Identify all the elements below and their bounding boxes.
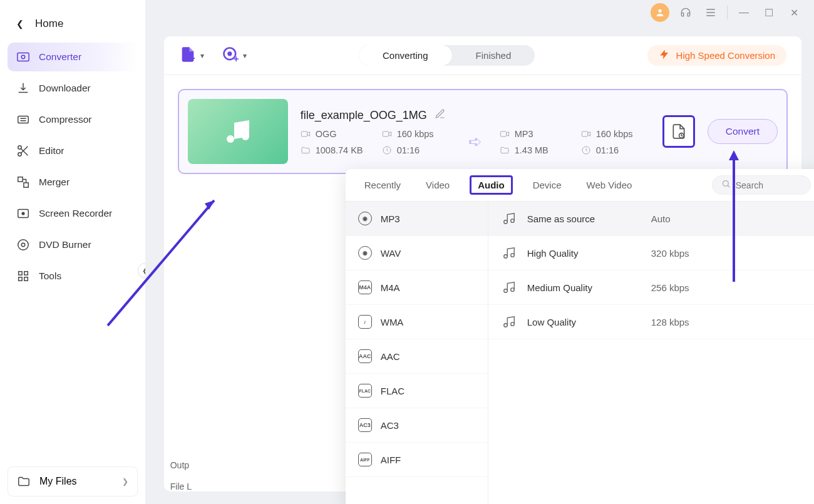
dd-tab-audio[interactable]: Audio [470,175,513,195]
svg-rect-11 [19,272,23,275]
sidebar-item-editor[interactable]: Editor [8,136,138,165]
dst-format: MP3 [515,129,533,139]
separator [727,6,728,19]
sidebar-item-dvd-burner[interactable]: DVD Burner [8,230,138,259]
format-label: MP3 [381,213,400,224]
svg-rect-6 [24,183,28,187]
sidebar-item-label: Editor [39,145,64,157]
format-item-mp3[interactable]: ◉MP3 [346,202,488,236]
format-label: AIFF [381,455,401,465]
merger-icon [16,175,30,189]
status-segment: Converting Finished [359,45,535,66]
dd-tab-device[interactable]: Device [528,176,567,194]
arrow-icon: ➪ [463,132,487,152]
edit-name-icon[interactable] [435,108,446,123]
format-label: FLAC [381,386,404,396]
svg-point-33 [510,254,514,257]
bolt-icon [659,49,670,62]
sidebar-item-label: Tools [39,270,61,282]
svg-point-1 [21,55,25,59]
music-icon [502,212,516,225]
user-avatar[interactable] [651,3,669,22]
svg-point-9 [18,240,29,250]
svg-point-10 [21,243,25,247]
svg-point-36 [503,324,507,327]
format-label: M4A [381,282,400,293]
grid-icon [16,269,30,283]
search-input[interactable] [736,180,801,190]
minimize-button[interactable]: — [735,4,753,21]
tab-converting[interactable]: Converting [359,45,452,66]
sidebar-item-downloader[interactable]: Downloader [8,74,138,103]
back-icon: ❮ [16,19,24,29]
support-icon[interactable] [677,4,694,21]
svg-point-34 [503,289,507,293]
music-icon [502,246,516,260]
sidebar-item-compressor[interactable]: Compressor [8,105,138,134]
convert-button[interactable]: Convert [708,119,778,144]
my-files-label: My Files [39,476,77,487]
high-speed-button[interactable]: High Speed Conversion [647,45,786,66]
output-label: Outp [170,460,192,470]
quality-item[interactable]: High Quality320 kbps [488,236,814,270]
dst-size: 1.43 MB [515,145,549,155]
video-icon [301,129,311,139]
format-item-flac[interactable]: FLACFLAC [346,374,488,408]
dd-search[interactable] [712,175,811,195]
compressor-icon [16,113,30,126]
output-format-button[interactable] [662,115,695,148]
format-list[interactable]: ◉MP3 ◉WAV M4AM4A ♪WMA AACAAC FLACFLAC AC… [346,202,488,504]
main-area: — ☐ ✕ + ▾ + ▾ Converting Finish [145,0,814,504]
home-button[interactable]: ❮ Home [8,8,138,43]
sidebar-item-converter[interactable]: Converter [8,43,138,71]
sidebar-item-label: Screen Recorder [39,208,112,219]
add-file-button[interactable]: + ▾ [179,46,204,66]
close-button[interactable]: ✕ [785,4,803,21]
menu-icon[interactable] [702,4,719,21]
svg-rect-26 [582,131,587,136]
titlebar: — ☐ ✕ [145,0,814,25]
format-item-aac[interactable]: AACAAC [346,339,488,374]
my-files-button[interactable]: My Files ❯ [8,466,138,496]
format-item-aiff[interactable]: AIFFAIFF [346,443,488,477]
svg-point-29 [723,181,728,187]
svg-point-35 [510,288,514,292]
format-item-ac3[interactable]: AC3AC3 [346,408,488,443]
src-bitrate: 160 kbps [397,129,434,139]
svg-point-21 [242,133,249,140]
sidebar-item-screen-recorder[interactable]: Screen Recorder [8,199,138,228]
svg-point-3 [18,146,22,150]
svg-rect-2 [18,116,29,123]
format-badge-icon: ♪ [358,315,372,329]
sidebar-item-label: Compressor [39,114,91,125]
scissors-icon [16,144,30,158]
add-disc-button[interactable]: + ▾ [222,46,247,66]
quality-value: 256 kbps [651,282,689,293]
file-location-label: File L [170,481,192,491]
quality-value: 128 kbps [651,317,689,327]
svg-point-4 [18,153,22,157]
format-item-m4a[interactable]: M4AM4A [346,270,488,305]
tab-finished[interactable]: Finished [452,45,535,66]
sidebar-item-merger[interactable]: Merger [8,168,138,197]
format-badge-icon: FLAC [358,384,372,398]
svg-point-18 [228,52,231,55]
dd-tab-web-video[interactable]: Web Video [582,176,637,194]
svg-point-8 [22,212,24,215]
disc-icon [16,238,30,252]
maximize-button[interactable]: ☐ [760,4,778,21]
clock-icon [382,145,392,155]
file-thumbnail [188,99,288,164]
quality-item[interactable]: Medium Quality256 kbps [488,270,814,305]
svg-rect-12 [24,272,28,275]
format-item-wma[interactable]: ♪WMA [346,305,488,339]
folder-icon [500,145,510,155]
format-item-wav[interactable]: ◉WAV [346,236,488,270]
quality-item[interactable]: Low Quality128 kbps [488,305,814,339]
dd-tab-video[interactable]: Video [421,176,455,194]
sidebar-item-tools[interactable]: Tools [8,262,138,291]
add-file-icon: + [179,46,197,66]
music-icon [502,315,516,329]
quality-item[interactable]: Same as sourceAuto [488,202,814,236]
dd-tab-recently[interactable]: Recently [359,176,406,194]
